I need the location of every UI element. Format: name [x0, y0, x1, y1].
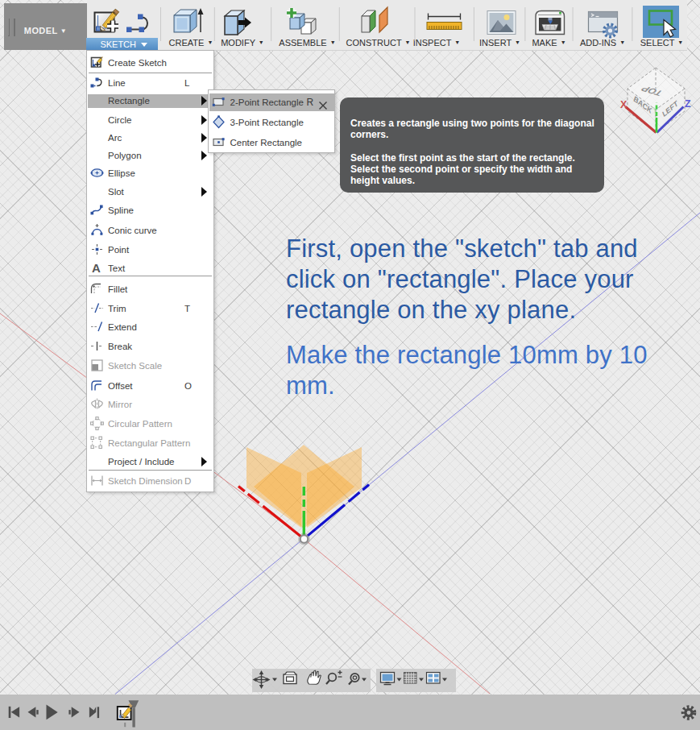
svg-text:A: A	[92, 261, 101, 275]
svg-text:X: X	[620, 99, 628, 110]
svg-text:Z: Z	[685, 98, 691, 110]
